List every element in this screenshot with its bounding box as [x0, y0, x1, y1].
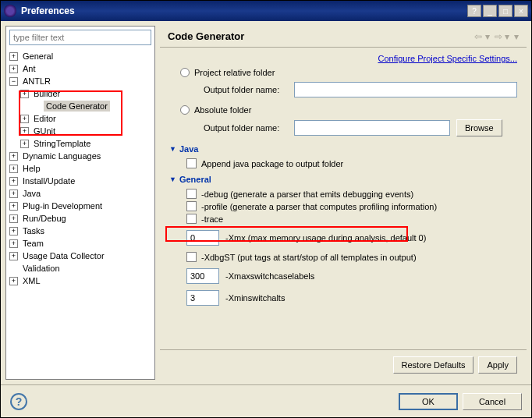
expand-icon[interactable]: + — [9, 52, 18, 61]
preferences-sidebar: +General+Ant−ANTLR+BuilderCode Generator… — [5, 26, 155, 380]
radio-project-relative[interactable] — [180, 68, 190, 77]
filter-container — [9, 30, 151, 45]
help-icon[interactable]: ? — [10, 393, 27, 410]
tree-item-label: Usage Data Collector — [20, 250, 107, 261]
collapse-icon[interactable]: − — [9, 77, 18, 86]
leaf-icon — [33, 102, 41, 111]
expand-icon[interactable]: + — [9, 152, 18, 161]
tree-item-label: Java — [20, 188, 43, 199]
cancel-button[interactable]: Cancel — [463, 393, 522, 410]
check-xdbgst-label: -XdbgST (put tags at start/stop of all t… — [201, 253, 417, 262]
expand-icon[interactable]: + — [9, 239, 18, 248]
tree-item-label: Editor — [31, 113, 59, 124]
tree-item-tasks[interactable]: +Tasks — [6, 225, 154, 237]
check-xdbgst[interactable] — [186, 252, 197, 262]
tree-item-install-update[interactable]: +Install/Update — [6, 175, 154, 187]
tree-item-usage-data-collector[interactable]: +Usage Data Collector — [6, 250, 154, 262]
nav-forward-icon[interactable]: ⇨ ▾ — [495, 31, 509, 42]
xminswitch-label: -Xminswitchalts — [225, 293, 285, 303]
check-debug[interactable] — [186, 189, 197, 199]
tree-item-xml[interactable]: +XML — [6, 275, 154, 287]
check-append-java-package[interactable] — [186, 158, 197, 168]
tree-item-editor[interactable]: +Editor — [6, 112, 154, 125]
preferences-dialog: Preferences ? _ □ × +General+Ant−ANTLR+B… — [0, 0, 532, 418]
tree-item-antlr[interactable]: −ANTLR — [6, 75, 154, 87]
xminswitch-input[interactable] — [186, 290, 219, 306]
tree-item-label: Run/Debug — [20, 213, 69, 224]
tree-item-java[interactable]: +Java — [6, 187, 154, 200]
java-section-header[interactable]: ▼ Java — [169, 144, 517, 154]
xmx-input[interactable] — [186, 230, 219, 246]
tree-item-ant[interactable]: +Ant — [6, 62, 154, 75]
general-section-header[interactable]: ▼ General — [169, 175, 517, 184]
expand-icon[interactable]: + — [9, 227, 18, 236]
output-folder-label-2: Output folder name: — [204, 123, 288, 133]
check-profile[interactable] — [186, 201, 197, 211]
expand-icon[interactable]: + — [20, 140, 29, 148]
apply-button[interactable]: Apply — [478, 356, 517, 374]
nav-menu-icon[interactable]: ▾ — [514, 31, 519, 42]
tree-item-label: Ant — [20, 63, 38, 74]
configure-project-link[interactable]: Configure Project Specific Settings... — [169, 54, 517, 63]
expand-icon[interactable]: + — [20, 115, 29, 123]
expand-icon[interactable]: + — [9, 177, 18, 186]
tree-item-label: Validation — [20, 263, 62, 274]
tree-item-label: Code Generator — [44, 101, 110, 112]
tree-item-label: General — [20, 51, 55, 62]
titlebar: Preferences ? _ □ × — [1, 1, 531, 21]
close-button[interactable]: × — [514, 5, 528, 17]
xmaxswitch-label: -Xmaxswitchcaselabels — [225, 271, 314, 281]
filter-input[interactable] — [9, 30, 151, 45]
page-title: Code Generator — [168, 30, 474, 42]
expand-icon[interactable]: + — [20, 127, 29, 136]
expand-icon[interactable]: + — [9, 277, 18, 285]
nav-back-icon[interactable]: ⇦ ▾ — [474, 31, 489, 42]
xmx-label: -Xmx (max memory usage during analysis, … — [225, 233, 426, 243]
expand-icon[interactable]: + — [9, 190, 18, 198]
check-debug-label: -debug (generate a parser that emits deb… — [201, 190, 413, 199]
tree-item-stringtemplate[interactable]: +StringTemplate — [6, 137, 154, 150]
tree-item-general[interactable]: +General — [6, 50, 154, 62]
tree-item-validation[interactable]: Validation — [6, 262, 154, 275]
xmaxswitch-input[interactable] — [186, 268, 219, 284]
output-folder-input-1[interactable] — [294, 82, 517, 97]
app-icon — [4, 5, 16, 17]
tree-item-label: Builder — [31, 88, 62, 99]
content-pane: Code Generator ⇦ ▾ ⇨ ▾ ▾ Configure Proje… — [160, 26, 527, 380]
expand-icon[interactable]: + — [9, 252, 18, 260]
expand-icon[interactable]: + — [20, 90, 29, 98]
help-titlebar-button[interactable]: ? — [467, 5, 481, 17]
browse-button[interactable]: Browse — [456, 119, 502, 136]
expand-icon[interactable]: + — [9, 65, 18, 73]
twistie-icon: ▼ — [169, 145, 176, 153]
tree-item-run-debug[interactable]: +Run/Debug — [6, 212, 154, 225]
tree-item-gunit[interactable]: +GUnit — [6, 125, 154, 137]
tree-item-label: Help — [20, 163, 43, 174]
ok-button[interactable]: OK — [399, 393, 458, 410]
tree-item-dynamic-languages[interactable]: +Dynamic Languages — [6, 150, 154, 162]
check-append-java-package-label: Append java package to output folder — [201, 159, 343, 168]
expand-icon[interactable]: + — [9, 214, 18, 223]
tree-item-builder[interactable]: +Builder — [6, 87, 154, 100]
tree-item-label: Tasks — [20, 225, 47, 236]
check-trace-label: -trace — [201, 214, 223, 224]
output-folder-label-1: Output folder name: — [204, 85, 288, 94]
tree-item-code-generator[interactable]: Code Generator — [6, 100, 154, 112]
maximize-button[interactable]: □ — [498, 5, 512, 17]
tree-item-plug-in-development[interactable]: +Plug-in Development — [6, 200, 154, 212]
check-profile-label: -profile (generate a parser that compute… — [201, 202, 437, 211]
expand-icon[interactable]: + — [9, 202, 18, 211]
content-body: Configure Project Specific Settings... P… — [160, 48, 527, 349]
tree-item-label: Dynamic Languages — [20, 151, 103, 161]
tree-item-label: XML — [20, 275, 43, 286]
minimize-button[interactable]: _ — [483, 5, 497, 17]
radio-absolute[interactable] — [180, 105, 190, 115]
radio-project-relative-label: Project relative folder — [194, 68, 275, 77]
check-trace[interactable] — [186, 214, 197, 224]
expand-icon[interactable]: + — [9, 165, 18, 173]
preferences-tree[interactable]: +General+Ant−ANTLR+BuilderCode Generator… — [6, 48, 154, 379]
restore-defaults-button[interactable]: Restore Defaults — [393, 356, 474, 374]
tree-item-team[interactable]: +Team — [6, 237, 154, 250]
tree-item-help[interactable]: +Help — [6, 162, 154, 175]
output-folder-input-2[interactable] — [294, 120, 450, 136]
